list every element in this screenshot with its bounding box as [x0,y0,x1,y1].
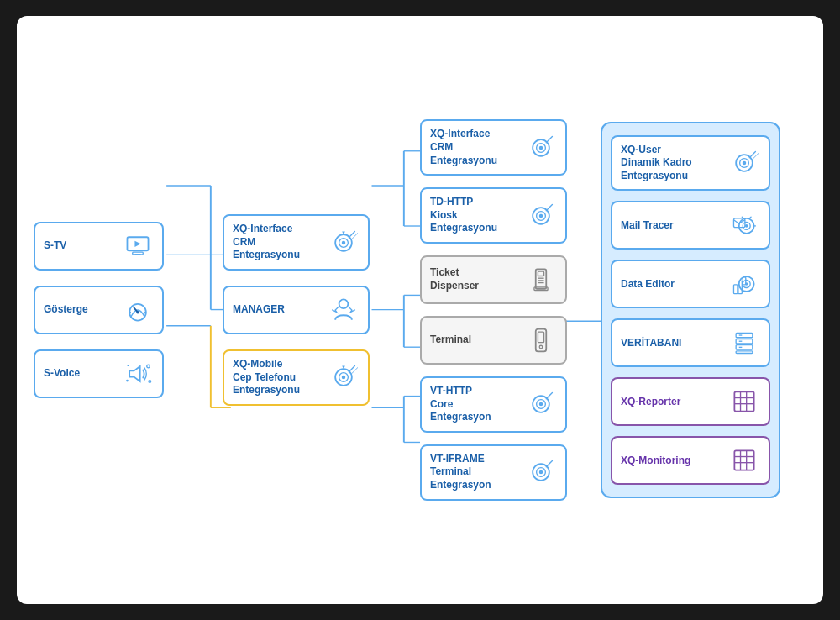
svg-line-69 [749,218,751,219]
svoice-label: S-Voice [44,367,117,381]
svg-rect-47 [536,269,547,288]
gauge-icon [122,294,154,326]
chart-gear-icon [728,268,760,300]
svg-rect-78 [736,334,753,338]
vthttp-label: VT-HTTPCoreEntegrasyon [430,385,520,424]
xquser-box: XQ-UserDinamik KadroEntegrasyonu [611,135,770,192]
svg-rect-54 [538,332,543,343]
vtiframe-icon [525,456,557,488]
vthttp-icon [525,388,557,420]
svg-rect-90 [734,451,753,470]
svg-marker-24 [134,241,140,247]
svg-point-64 [743,161,746,165]
svg-rect-48 [538,271,543,276]
xqmobile-label: XQ-MobileCep TelefonuEntegrasyonu [233,358,323,397]
mobile-icon [525,324,557,356]
svg-point-37 [339,299,349,308]
xqcrm-icon [328,227,360,259]
database-icon [728,327,760,359]
ticket-label: TicketDispenser [430,266,520,292]
xqmonitoring-box: XQ-Monitoring [611,436,770,485]
gosterge-label: Gösterge [44,303,117,317]
veritabani-label: VERİTABANI [621,337,723,350]
xqiface-box: XQ-InterfaceCRMEntegrasyonu [420,119,567,176]
svg-point-33 [127,365,129,366]
right-panel: XQ-UserDinamik KadroEntegrasyonu Mail T [601,122,780,499]
megaphone-icon [122,358,154,390]
xqreporter-label: XQ-Reporter [621,396,723,409]
svg-point-77 [745,283,748,286]
column-4: XQ-UserDinamik KadroEntegrasyonu Mail T [601,122,780,499]
tdhttp-icon [525,200,557,232]
manager-label: MANAGER [233,303,323,317]
main-container: S-TV Gösterge [17,16,823,604]
svg-rect-74 [733,285,737,294]
svg-point-31 [149,381,151,383]
gosterge-box: Gösterge [34,286,164,334]
svg-point-58 [539,402,543,406]
xqmobile-box: XQ-MobileCep TelefonuEntegrasyonu [223,349,370,406]
xquser-label: XQ-UserDinamik KadroEntegrasyonu [621,144,723,183]
svg-rect-79 [736,339,753,344]
svg-point-43 [539,146,543,150]
tdhttp-box: TD-HTTPKioskEntegrasyonu [420,187,567,244]
kiosk-icon [525,264,557,296]
xqreporter-box: XQ-Reporter [611,377,770,426]
xqiface-label: XQ-InterfaceCRMEntegrasyonu [430,128,520,167]
veritabani-box: VERİTABANI [611,318,770,367]
column-2: XQ-InterfaceCRMEntegrasyonu MANAGER [223,214,370,406]
tv-icon [122,230,154,262]
xqmonitoring-label: XQ-Monitoring [621,454,723,468]
mailtracer-box: Mail Tracer [611,201,770,250]
stv-label: S-TV [44,239,117,253]
tdhttp-label: TD-HTTPKioskEntegrasyonu [430,196,520,235]
svg-point-32 [126,380,129,382]
svg-rect-85 [734,392,753,412]
terminal-box: Terminal [420,316,567,365]
xqcrm-label: XQ-InterfaceCRMEntegrasyonu [233,223,323,262]
vtiframe-box: VT-IFRAMETerminalEntegrasyon [420,444,567,501]
vthttp-box: VT-HTTPCoreEntegrasyon [420,376,567,433]
svoice-box: S-Voice [34,349,164,398]
svg-point-46 [539,213,543,217]
mailtracer-label: Mail Tracer [621,219,723,233]
svg-rect-80 [736,345,753,349]
dataeditor-box: Data Editor [611,260,770,308]
svg-point-61 [539,470,543,474]
stv-box: S-TV [34,222,164,271]
dataeditor-label: Data Editor [621,278,723,292]
xqiface-icon [525,132,557,164]
manager-box: MANAGER [223,286,370,334]
svg-rect-81 [736,351,753,354]
column-3: XQ-InterfaceCRMEntegrasyonu TD-HTTPKiosk… [420,119,567,500]
column-1: S-TV Gösterge [34,222,164,398]
svg-point-27 [136,311,139,314]
xquser-icon [728,147,760,179]
svg-point-30 [147,365,150,368]
svg-point-40 [342,376,345,379]
xqmonitoring-icon [728,444,760,476]
ticket-box: TicketDispenser [420,255,567,304]
mail-gear-icon [728,209,760,241]
svg-point-36 [342,240,345,244]
terminal-label: Terminal [430,334,520,347]
vtiframe-label: VT-IFRAMETerminalEntegrasyon [430,453,520,492]
xqmobile-icon [328,361,360,393]
manager-icon [328,294,360,326]
xqcrm-box: XQ-InterfaceCRMEntegrasyonu [223,214,370,271]
svg-point-55 [539,345,543,349]
diagram: S-TV Gösterge [34,119,806,500]
xqreporter-icon [728,386,760,418]
